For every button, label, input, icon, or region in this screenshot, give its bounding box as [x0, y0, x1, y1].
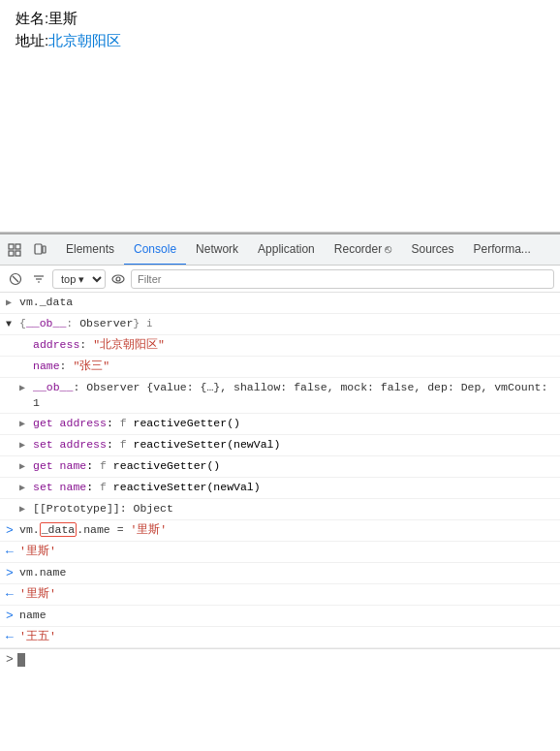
- console-input-line[interactable]: >: [0, 648, 560, 670]
- set-name-text: set name: f reactiveSetter(newVal): [33, 480, 554, 495]
- svg-rect-5: [43, 246, 46, 253]
- arrow-set-addr[interactable]: ▶: [19, 438, 33, 454]
- name-label: 姓名:: [16, 10, 48, 26]
- address-value: 北京朝阳区: [48, 32, 121, 48]
- console-toolbar: top ▾: [0, 266, 560, 293]
- console-vm-data[interactable]: ▶ vm._data: [0, 293, 560, 314]
- page-content: 姓名:里斯 地址:北京朝阳区: [0, 0, 560, 233]
- eye-icon[interactable]: [109, 270, 127, 288]
- tab-performance[interactable]: Performa...: [464, 235, 541, 266]
- arrow-assign: >: [6, 523, 19, 539]
- tab-network[interactable]: Network: [186, 235, 248, 266]
- arrow-result3: ←: [6, 630, 19, 645]
- tab-recorder[interactable]: Recorder ⎋: [325, 235, 402, 266]
- context-select[interactable]: top ▾: [52, 269, 106, 289]
- vm-data-text: vm._data: [19, 295, 554, 310]
- tab-console[interactable]: Console: [124, 235, 186, 266]
- cursor-block: [17, 653, 25, 667]
- svg-rect-0: [9, 244, 14, 249]
- clear-console-button[interactable]: [6, 269, 25, 289]
- arrow-address: [19, 338, 33, 354]
- console-result2: ← '里斯': [0, 584, 560, 606]
- set-addr-text: set address: f reactiveSetter(newVal): [33, 437, 554, 453]
- arrow-result1: ←: [6, 545, 19, 560]
- inspect-icon[interactable]: [4, 239, 25, 261]
- tab-sources[interactable]: Sources: [401, 235, 463, 266]
- svg-rect-3: [16, 251, 20, 256]
- get-addr-text: get address: f reactiveGetter(): [33, 416, 554, 431]
- console-assign[interactable]: > vm._data.name = '里斯': [0, 520, 560, 542]
- address-label: 地址:: [16, 32, 48, 48]
- ob-text: {__ob__: Observer} i: [19, 316, 554, 332]
- arrow-set-name[interactable]: ▶: [19, 481, 33, 496]
- filter-input[interactable]: [131, 269, 554, 289]
- console-get-address[interactable]: ▶ get address: f reactiveGetter(): [0, 414, 560, 435]
- svg-line-7: [13, 276, 18, 282]
- svg-rect-4: [35, 244, 42, 254]
- devtools-tabbar: Elements Console Network Application Rec…: [0, 235, 560, 266]
- console-set-name[interactable]: ▶ set name: f reactiveSetter(newVal): [0, 478, 560, 499]
- device-icon[interactable]: [29, 239, 50, 261]
- arrow-vm-name: >: [6, 566, 19, 581]
- name-value: 里斯: [48, 10, 78, 26]
- address-field: 地址:北京朝阳区: [16, 32, 544, 50]
- caret-symbol: >: [6, 652, 14, 667]
- svg-point-11: [112, 275, 124, 283]
- svg-rect-1: [16, 244, 20, 249]
- arrow-ob[interactable]: ▼: [6, 317, 19, 332]
- console-result3: ← '王五': [0, 627, 560, 648]
- console-address: address: "北京朝阳区": [0, 335, 560, 357]
- arrow-get-addr[interactable]: ▶: [19, 417, 33, 432]
- tab-application[interactable]: Application: [248, 235, 325, 266]
- console-name-var[interactable]: > name: [0, 606, 560, 627]
- svg-point-12: [116, 277, 120, 281]
- arrow-proto[interactable]: ▶: [19, 502, 33, 517]
- name-field: 姓名:里斯: [16, 10, 544, 28]
- result1-text: '里斯': [19, 544, 554, 559]
- console-output: ▶ vm._data ▼ {__ob__: Observer} i addres…: [0, 293, 560, 751]
- devtools-panel: Elements Console Network Application Rec…: [0, 233, 560, 751]
- name-prop-text: name: "张三": [33, 359, 554, 374]
- console-set-address[interactable]: ▶ set address: f reactiveSetter(newVal): [0, 435, 560, 456]
- vm-name-text: vm.name: [19, 565, 554, 580]
- proto-text: [[Prototype]]: Object: [33, 501, 554, 516]
- result3-text: '王五': [19, 629, 554, 644]
- console-proto[interactable]: ▶ [[Prototype]]: Object: [0, 499, 560, 520]
- arrow-ob2[interactable]: ▶: [19, 381, 33, 396]
- assign-text: vm._data.name = '里斯': [19, 522, 554, 538]
- ob2-text: __ob__: Observer {value: {…}, shallow: f…: [33, 380, 554, 411]
- console-ob2[interactable]: ▶ __ob__: Observer {value: {…}, shallow:…: [0, 378, 560, 414]
- console-result1: ← '里斯': [0, 542, 560, 563]
- console-vm-name[interactable]: > vm.name: [0, 563, 560, 584]
- arrow-result2: ←: [6, 587, 19, 603]
- svg-rect-2: [9, 251, 14, 256]
- arrow-get-name[interactable]: ▶: [19, 459, 33, 475]
- address-text: address: "北京朝阳区": [33, 337, 554, 353]
- name-var-text: name: [19, 608, 554, 623]
- tab-elements[interactable]: Elements: [56, 235, 124, 266]
- tab-icons: [4, 239, 50, 261]
- arrow-name-prop: [19, 360, 33, 375]
- console-ob-expanded[interactable]: ▼ {__ob__: Observer} i: [0, 314, 560, 335]
- arrow-vm-data[interactable]: ▶: [6, 296, 19, 311]
- filter-icon-btn[interactable]: [29, 269, 48, 289]
- result2-text: '里斯': [19, 586, 554, 602]
- console-name-prop: name: "张三": [0, 357, 560, 378]
- get-name-text: get name: f reactiveGetter(): [33, 458, 554, 474]
- arrow-name-var: >: [6, 609, 19, 624]
- console-get-name[interactable]: ▶ get name: f reactiveGetter(): [0, 456, 560, 478]
